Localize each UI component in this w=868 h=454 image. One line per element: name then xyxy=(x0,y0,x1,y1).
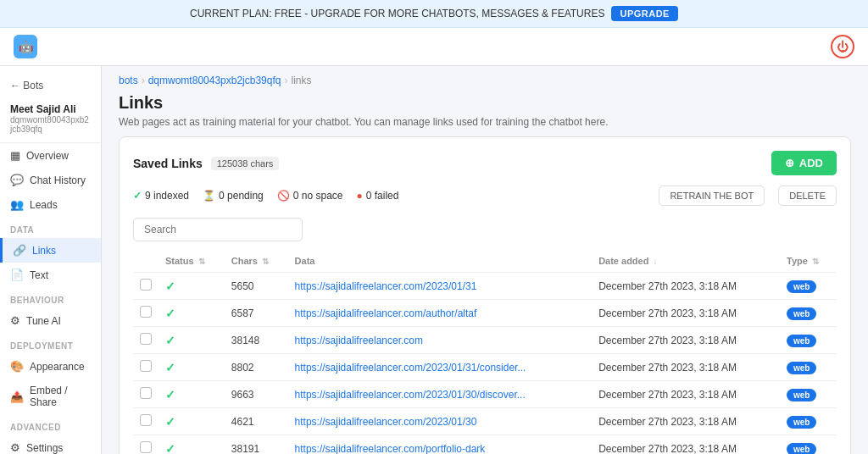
row-date-3: December 27th 2023, 3:18 AM xyxy=(592,354,780,381)
data-link-1[interactable]: https://sajidalifreelancer.com/author/al… xyxy=(295,307,477,319)
data-link-4[interactable]: https://sajidalifreelancer.com/2023/01/3… xyxy=(295,389,526,401)
text-icon: 📄 xyxy=(10,269,24,281)
row-chars-6: 38191 xyxy=(225,435,288,455)
add-icon: ⊕ xyxy=(785,157,794,169)
power-icon[interactable]: ⏻ xyxy=(831,35,854,58)
sidebar-item-text[interactable]: 📄 Text xyxy=(0,263,101,287)
row-checkbox-6[interactable] xyxy=(140,441,152,453)
table-row: ✓ 5650 https://sajidalifreelancer.com/20… xyxy=(133,273,837,300)
data-link-2[interactable]: https://sajidalifreelancer.com xyxy=(295,335,423,346)
row-chars-0: 5650 xyxy=(225,273,288,300)
row-type-6: web xyxy=(780,435,837,455)
breadcrumb-bots[interactable]: bots xyxy=(119,75,138,86)
row-date-1: December 27th 2023, 3:18 AM xyxy=(592,300,780,327)
no-space-icon: 🚫 xyxy=(277,190,290,202)
sidebar-item-tune-ai[interactable]: ⚙ Tune AI xyxy=(0,308,101,333)
page-header: Links Web pages act as training material… xyxy=(102,90,868,136)
sidebar-item-leads[interactable]: 👥 Leads xyxy=(0,192,101,217)
row-checkbox-cell[interactable] xyxy=(133,354,159,381)
section-label-deployment: Deployment xyxy=(0,333,101,354)
row-type-3: web xyxy=(780,354,837,381)
table-row: ✓ 38148 https://sajidalifreelancer.com D… xyxy=(133,327,837,354)
status-check-icon-0: ✓ xyxy=(165,280,175,293)
row-checkbox-4[interactable] xyxy=(140,387,152,399)
row-checkbox-0[interactable] xyxy=(140,279,152,291)
row-chars-4: 9663 xyxy=(225,381,288,408)
status-check-icon-5: ✓ xyxy=(165,415,175,429)
indexed-check-icon: ✓ xyxy=(133,190,142,202)
status-check-icon-1: ✓ xyxy=(165,307,175,320)
sidebar-item-appearance[interactable]: 🎨 Appearance xyxy=(0,354,101,379)
row-checkbox-cell[interactable] xyxy=(133,327,159,354)
sidebar-label-appearance: Appearance xyxy=(30,361,85,373)
row-type-0: web xyxy=(780,273,837,300)
status-check-icon-3: ✓ xyxy=(165,361,175,374)
breadcrumb-bot-id[interactable]: dqmwomt80043pxb2jcb39qfq xyxy=(148,75,281,86)
delete-button[interactable]: DELETE xyxy=(778,185,837,206)
sidebar-label-overview: Overview xyxy=(26,150,69,162)
row-checkbox-cell[interactable] xyxy=(133,408,159,435)
sidebar-label-embed-share: Embed / Share xyxy=(30,385,91,408)
row-date-5: December 27th 2023, 3:18 AM xyxy=(592,408,780,435)
web-badge-6: web xyxy=(787,443,816,455)
header-type: Type ⇅ xyxy=(780,250,837,273)
sidebar-user: Meet Sajid Ali dqmwomt80043pxb2jcb39qfq xyxy=(0,97,101,143)
data-link-5[interactable]: https://sajidalifreelancer.com/2023/01/3… xyxy=(295,416,477,428)
row-checkbox-cell[interactable] xyxy=(133,273,159,300)
sidebar-item-embed-share[interactable]: 📤 Embed / Share xyxy=(0,379,101,414)
row-status-4: ✓ xyxy=(159,381,225,408)
row-chars-3: 8802 xyxy=(225,354,288,381)
sidebar-item-links[interactable]: 🔗 Links xyxy=(0,238,101,263)
sidebar-label-settings: Settings xyxy=(26,442,63,454)
data-link-3[interactable]: https://sajidalifreelancer.com/2023/01/3… xyxy=(295,362,526,374)
header-chars: Chars ⇅ xyxy=(225,250,288,273)
row-data-5: https://sajidalifreelancer.com/2023/01/3… xyxy=(288,408,593,435)
status-sort-icon: ⇅ xyxy=(198,257,205,266)
upgrade-button[interactable]: UPGRADE xyxy=(611,6,678,21)
row-checkbox-cell[interactable] xyxy=(133,435,159,455)
data-link-6[interactable]: https://sajidalifreelancer.com/portfolio… xyxy=(295,443,486,455)
chat-history-icon: 💬 xyxy=(10,174,24,186)
search-input[interactable] xyxy=(133,218,303,241)
web-badge-5: web xyxy=(787,416,816,429)
stat-failed: ● 0 failed xyxy=(356,190,398,202)
row-checkbox-3[interactable] xyxy=(140,360,152,372)
row-data-3: https://sajidalifreelancer.com/2023/01/3… xyxy=(288,354,593,381)
stat-pending: ⏳ 0 pending xyxy=(203,190,264,202)
retrain-bot-button[interactable]: RETRAIN THE BOT xyxy=(659,185,765,206)
links-icon: 🔗 xyxy=(13,244,26,257)
sidebar-label-text: Text xyxy=(30,269,48,281)
data-link-0[interactable]: https://sajidalifreelancer.com/2023/01/3… xyxy=(295,280,477,292)
section-label-advanced: Advanced xyxy=(0,414,101,435)
card-title: Saved Links xyxy=(133,157,203,170)
table-header: Status ⇅ Chars ⇅ Data Date added ↓ Type … xyxy=(133,250,837,273)
overview-icon: ▦ xyxy=(10,149,20,162)
row-checkbox-5[interactable] xyxy=(140,414,152,426)
banner-text: CURRENT PLAN: FREE - UPGRADE FOR MORE CH… xyxy=(190,8,604,19)
sidebar-item-chat-history[interactable]: 💬 Chat History xyxy=(0,168,101,192)
pending-count: 0 pending xyxy=(219,190,264,202)
web-badge-4: web xyxy=(787,389,816,401)
row-checkbox-1[interactable] xyxy=(140,306,152,318)
row-date-2: December 27th 2023, 3:18 AM xyxy=(592,327,780,354)
leads-icon: 👥 xyxy=(10,198,24,211)
sidebar-item-settings[interactable]: ⚙ Settings xyxy=(0,435,101,454)
row-chars-1: 6587 xyxy=(225,300,288,327)
content-card: Saved Links 125038 chars ⊕ ADD ✓ 9 index… xyxy=(119,136,851,454)
row-data-0: https://sajidalifreelancer.com/2023/01/3… xyxy=(288,273,593,300)
sidebar-label-chat-history: Chat History xyxy=(30,174,86,186)
links-table: Status ⇅ Chars ⇅ Data Date added ↓ Type … xyxy=(133,250,837,454)
add-button[interactable]: ⊕ ADD xyxy=(771,151,837,175)
row-checkbox-2[interactable] xyxy=(140,333,152,345)
row-checkbox-cell[interactable] xyxy=(133,300,159,327)
sidebar-item-overview[interactable]: ▦ Overview xyxy=(0,143,101,168)
stat-indexed: ✓ 9 indexed xyxy=(133,190,189,202)
pending-icon: ⏳ xyxy=(203,190,215,202)
row-checkbox-cell[interactable] xyxy=(133,381,159,408)
header-status: Status ⇅ xyxy=(159,250,225,273)
table-row: ✓ 9663 https://sajidalifreelancer.com/20… xyxy=(133,381,837,408)
row-status-2: ✓ xyxy=(159,327,225,354)
back-to-bots[interactable]: ← Bots xyxy=(0,75,101,97)
web-badge-1: web xyxy=(787,307,816,320)
status-check-icon-2: ✓ xyxy=(165,334,175,347)
